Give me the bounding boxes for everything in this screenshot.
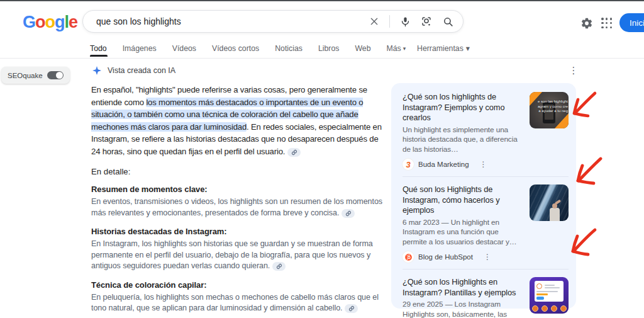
- ai-overview-kebab-icon[interactable]: ⋮: [568, 65, 579, 76]
- card-kebab-icon[interactable]: ⋮: [484, 253, 491, 261]
- active-tab-underline: [90, 55, 108, 57]
- window-top-edge: [0, 0, 644, 1]
- source-cards-panel: ¿Qué son los highlights de Instagram? Ej…: [391, 83, 576, 309]
- tab-noticias[interactable]: Noticias: [275, 44, 303, 53]
- clear-icon[interactable]: [368, 15, 380, 28]
- card-thumbnail-instagram-profile[interactable]: [530, 277, 569, 314]
- card-snippet: 29 ene 2025 — Los Instagram Highlights s…: [402, 300, 523, 318]
- google-lens-icon[interactable]: [420, 15, 433, 28]
- sign-in-button[interactable]: Iniciar sesión: [619, 13, 644, 32]
- search-bar[interactable]: [82, 10, 464, 33]
- hubspot-favicon: [402, 251, 414, 263]
- microphone-icon[interactable]: [399, 15, 411, 28]
- card-snippet: 6 mar 2023 — Un highlight en Instagram e…: [402, 218, 523, 247]
- tab-videos-cortos[interactable]: Vídeos cortos: [212, 44, 259, 53]
- chevron-down-icon: ▾: [403, 45, 406, 52]
- tools-menu[interactable]: Herramientas ▾: [417, 44, 470, 53]
- buda-marketing-favicon: 3: [402, 159, 414, 170]
- card-snippet: Un highlight es simplemente una historia…: [402, 125, 523, 155]
- citation-link-icon[interactable]: [345, 304, 358, 313]
- citation-link-icon[interactable]: [341, 209, 355, 218]
- seoquake-label: SEOquake: [8, 72, 43, 79]
- google-apps-grid-icon[interactable]: [601, 18, 613, 29]
- card-title[interactable]: ¿Qué son los highlights de Instagram? Ej…: [402, 92, 523, 123]
- seoquake-extension-chip[interactable]: SEOquake: [1, 67, 70, 84]
- card-thumbnail-skyscrapers[interactable]: [530, 185, 569, 221]
- tab-mas[interactable]: Más ▾: [386, 44, 406, 53]
- seoquake-toggle[interactable]: [47, 71, 64, 79]
- search-divider: [389, 15, 390, 28]
- section-heading: Historias destacadas de Instagram:: [91, 227, 387, 236]
- header-divider: [0, 58, 644, 59]
- card-source-name: Buda Marketing: [418, 161, 469, 168]
- section-body: En peluquería, los highlights son mechas…: [91, 292, 387, 314]
- search-icon[interactable]: [441, 15, 454, 28]
- section-heading: Resumen de momentos clave:: [91, 185, 387, 194]
- tab-imagenes[interactable]: Imágenes: [123, 44, 157, 53]
- google-logo[interactable]: Google: [23, 13, 77, 32]
- chevron-down-icon: ▾: [466, 44, 470, 53]
- card-source-name: Blog de HubSpot: [418, 253, 473, 261]
- search-input[interactable]: [96, 16, 368, 26]
- settings-gear-icon[interactable]: [580, 17, 593, 30]
- tab-videos[interactable]: Vídeos: [172, 44, 196, 53]
- source-card-1[interactable]: ¿Qué son los highlights de Instagram? Ej…: [402, 84, 569, 176]
- result-type-tabs: Todo Imágenes Vídeos Vídeos cortos Notic…: [90, 44, 406, 53]
- card-kebab-icon[interactable]: ⋮: [480, 160, 487, 169]
- ai-overview-body: En español, "highlights" puede referirse…: [91, 84, 387, 318]
- card-thumbnail-phone-hands[interactable]: e son las highlight agram y como cre a a…: [530, 92, 569, 128]
- citation-link-icon[interactable]: [287, 148, 301, 157]
- source-card-3[interactable]: ¿Qué son los Highlights en Instagram? Pl…: [402, 269, 569, 318]
- card-title[interactable]: Qué son los Highlights de Instagram, cóm…: [402, 185, 523, 216]
- section-body: En eventos, transmisiones o videos, los …: [91, 196, 387, 219]
- ai-sparkle-icon: [92, 65, 102, 76]
- citation-link-icon[interactable]: [272, 262, 286, 271]
- section-heading: Técnica de coloración capilar:: [91, 280, 387, 290]
- ai-intro-paragraph: En español, "highlights" puede referirse…: [91, 84, 387, 157]
- detail-label: En detalle:: [91, 167, 387, 176]
- tab-libros[interactable]: Libros: [318, 44, 340, 53]
- tab-web[interactable]: Web: [355, 44, 370, 53]
- google-search-page: Google Iniciar sesión Todo Imágene: [0, 0, 644, 318]
- ai-overview-label: Vista creada con IA: [108, 66, 175, 75]
- ai-overview-header: Vista creada con IA: [92, 65, 175, 76]
- section-body: En Instagram, los highlights son histori…: [91, 239, 387, 272]
- source-card-2[interactable]: Qué son los Highlights de Instagram, cóm…: [402, 176, 569, 269]
- card-title[interactable]: ¿Qué son los Highlights en Instagram? Pl…: [402, 277, 523, 298]
- tab-todo[interactable]: Todo: [90, 44, 107, 53]
